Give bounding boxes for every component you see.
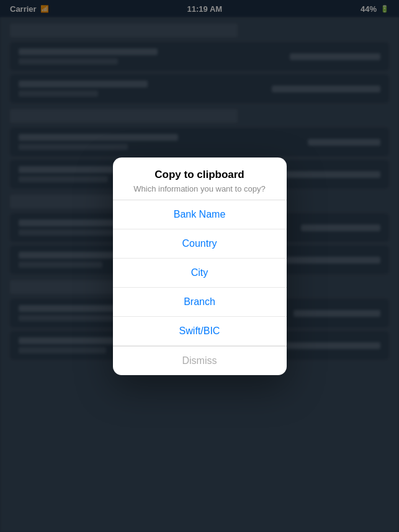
option-swift-bic[interactable]: Swift/BIC [113, 317, 287, 346]
modal-subtitle: Which information you want to copy? [123, 184, 277, 193]
option-bank-name[interactable]: Bank Name [113, 200, 287, 229]
modal-header: Copy to clipboard Which information you … [113, 157, 287, 200]
option-country[interactable]: Country [113, 229, 287, 259]
copy-clipboard-modal: Copy to clipboard Which information you … [113, 157, 287, 375]
dismiss-button[interactable]: Dismiss [113, 347, 287, 375]
modal-overlay[interactable]: Copy to clipboard Which information you … [0, 0, 399, 532]
option-branch[interactable]: Branch [113, 288, 287, 317]
modal-title: Copy to clipboard [123, 169, 277, 181]
option-city[interactable]: City [113, 259, 287, 288]
